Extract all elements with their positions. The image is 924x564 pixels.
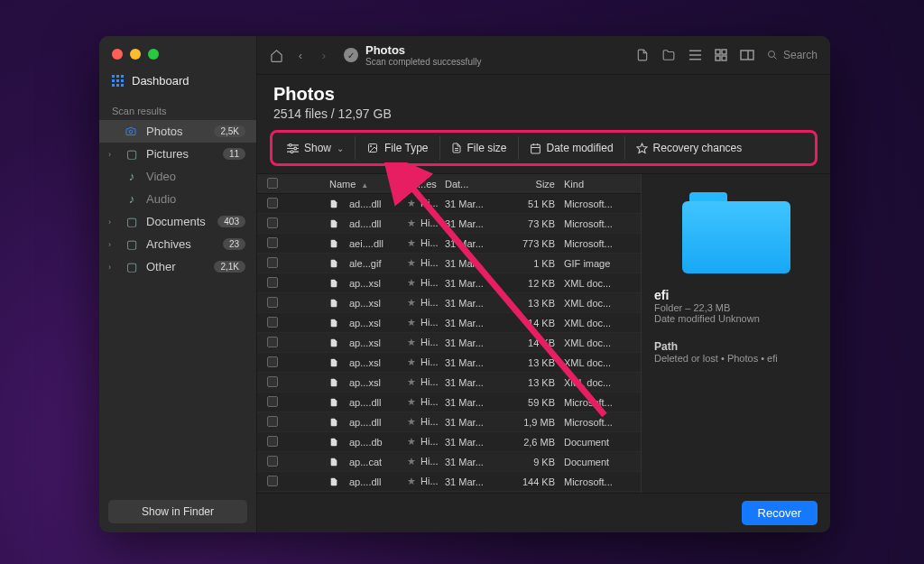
file-kind: GIF image xyxy=(562,258,634,269)
file-recoverable: ★ Hi... xyxy=(403,476,443,487)
grid-view-icon[interactable] xyxy=(715,49,727,61)
row-checkbox[interactable] xyxy=(267,297,278,308)
star-icon: ★ xyxy=(405,456,418,467)
search-placeholder: Search xyxy=(783,49,818,61)
file-icon xyxy=(328,238,340,249)
file-size: 9 KB xyxy=(497,457,562,467)
file-kind: Microsoft... xyxy=(562,476,634,487)
file-recoverable: ★ Hi... xyxy=(403,217,443,229)
table-row[interactable]: ap....dll★ Hi...31 Mar...144 KBMicrosoft… xyxy=(257,472,641,492)
table-row[interactable]: ap....db★ Hi...31 Mar...2,6 MBDocument xyxy=(257,432,641,452)
star-icon: ★ xyxy=(405,416,418,427)
row-checkbox[interactable] xyxy=(267,356,278,367)
star-icon: ★ xyxy=(405,356,418,367)
file-name: ale...gif xyxy=(347,258,383,269)
sidebar-item-pictures[interactable]: ›▢Pictures11 xyxy=(99,143,256,165)
row-checkbox[interactable] xyxy=(267,396,278,407)
file-kind: Microsoft... xyxy=(562,199,634,209)
folder-icon[interactable] xyxy=(661,49,676,61)
col-date[interactable]: Dat... xyxy=(443,179,497,190)
table-row[interactable]: ap...xsl★ Hi...31 Mar...13 KBXML doc... xyxy=(257,353,641,373)
row-checkbox[interactable] xyxy=(267,337,278,347)
sidebar-item-documents[interactable]: ›▢Documents403 xyxy=(99,210,256,233)
col-kind[interactable]: Kind xyxy=(562,179,634,190)
table-row[interactable]: ap...cat★ Hi...31 Mar...9 KBDocument xyxy=(257,452,641,472)
row-checkbox[interactable] xyxy=(267,476,278,486)
file-date: 31 Mar... xyxy=(443,357,497,368)
home-icon[interactable] xyxy=(270,49,284,62)
row-checkbox[interactable] xyxy=(267,217,278,228)
category-icon: ♪ xyxy=(125,192,139,206)
image-icon xyxy=(366,143,379,153)
filter-filetype-button[interactable]: File Type xyxy=(356,136,439,160)
row-checkbox[interactable] xyxy=(267,317,278,328)
star-icon: ★ xyxy=(405,237,418,248)
row-checkbox[interactable] xyxy=(267,456,278,467)
filter-filesize-button[interactable]: File size xyxy=(440,136,519,160)
file-name: ap....dll xyxy=(347,476,383,487)
file-name: ap...xsl xyxy=(347,318,383,328)
table-row[interactable]: ad....dll★ Hi...31 Mar...73 KBMicrosoft.… xyxy=(257,214,641,234)
file-size: 12 KB xyxy=(497,278,562,289)
table-row[interactable]: ap...xsl★ Hi...31 Mar...14 KBXML doc... xyxy=(257,313,641,333)
filter-bar: Show ⌄ File Type File size Date modified xyxy=(270,130,818,166)
recover-button[interactable]: Recover xyxy=(742,501,818,525)
minimize-window-button[interactable] xyxy=(130,49,141,60)
table-row[interactable]: ap....dll★ Hi...31 Mar...1,9 MBMicrosoft… xyxy=(257,412,641,432)
search-field[interactable]: Search xyxy=(767,49,818,61)
col-recoverable[interactable]: Re...es xyxy=(403,179,443,190)
nav-back-button[interactable]: ‹ xyxy=(293,49,308,62)
star-icon: ★ xyxy=(405,217,418,228)
sidebar-item-audio[interactable]: ♪Audio xyxy=(99,188,256,210)
sidebar-item-video[interactable]: ♪Video xyxy=(99,165,256,188)
row-checkbox[interactable] xyxy=(267,376,278,387)
row-checkbox[interactable] xyxy=(267,237,278,248)
sidebar-item-other[interactable]: ›▢Other2,1K xyxy=(99,255,256,278)
row-checkbox[interactable] xyxy=(267,277,278,288)
svg-rect-5 xyxy=(121,79,124,82)
table-row[interactable]: ap...xsl★ Hi...31 Mar...13 KBXML doc... xyxy=(257,373,641,393)
file-kind: XML doc... xyxy=(562,337,634,348)
filter-date-button[interactable]: Date modified xyxy=(519,136,625,160)
row-checkbox[interactable] xyxy=(267,257,278,268)
maximize-window-button[interactable] xyxy=(148,49,159,60)
row-checkbox[interactable] xyxy=(267,416,278,427)
list-view-icon[interactable] xyxy=(688,50,702,60)
file-size: 13 KB xyxy=(497,298,562,309)
show-in-finder-button[interactable]: Show in Finder xyxy=(108,500,247,523)
star-icon: ★ xyxy=(405,317,418,328)
table-row[interactable]: ale...gif★ Hi...31 Mar...1 KBGIF image xyxy=(257,254,641,273)
table-row[interactable]: aei....dll★ Hi...31 Mar...773 KBMicrosof… xyxy=(257,234,641,254)
table-row[interactable]: ad....dll★ Hi...31 Mar...51 KBMicrosoft.… xyxy=(257,194,641,214)
row-checkbox[interactable] xyxy=(267,198,278,208)
file-size: 1 KB xyxy=(497,258,562,269)
dashboard-link[interactable]: Dashboard xyxy=(99,69,256,98)
table-row[interactable]: ap...xsl★ Hi...31 Mar...12 KBXML doc... xyxy=(257,273,641,293)
sidebar-item-photos[interactable]: Photos2,5K xyxy=(99,120,256,143)
row-checkbox[interactable] xyxy=(267,436,278,447)
category-icon: ▢ xyxy=(125,260,139,273)
panel-view-icon[interactable] xyxy=(740,50,754,60)
table-row[interactable]: ap...xsl★ Hi...31 Mar...13 KBXML doc... xyxy=(257,293,641,313)
inspector-path-label: Path xyxy=(654,340,818,353)
sidebar-section-label: Scan results xyxy=(99,98,256,120)
filter-recovery-button[interactable]: Recovery chances xyxy=(625,136,753,160)
file-icon xyxy=(328,397,340,408)
col-name[interactable]: Name▲ xyxy=(326,179,403,190)
filter-show-button[interactable]: Show ⌄ xyxy=(276,136,356,160)
page-subtitle: 2514 files / 12,97 GB xyxy=(273,106,814,121)
col-size[interactable]: Size xyxy=(497,179,562,190)
sidebar-item-archives[interactable]: ›▢Archives23 xyxy=(99,233,256,255)
table-row[interactable]: ap....dll★ Hi...31 Mar...59 KBMicrosoft.… xyxy=(257,393,641,412)
file-kind: Microsoft... xyxy=(562,238,634,249)
file-icon xyxy=(328,258,340,269)
select-all-checkbox[interactable] xyxy=(267,178,278,189)
file-date: 31 Mar... xyxy=(443,298,497,309)
table-row[interactable]: ap...xsl★ Hi...31 Mar...14 KBXML doc... xyxy=(257,333,641,353)
close-window-button[interactable] xyxy=(112,49,123,60)
file-kind: Microsoft... xyxy=(562,218,634,229)
nav-forward-button[interactable]: › xyxy=(317,49,331,62)
new-file-icon[interactable] xyxy=(636,48,649,62)
file-name: ap...xsl xyxy=(347,298,383,309)
file-icon xyxy=(328,457,340,467)
